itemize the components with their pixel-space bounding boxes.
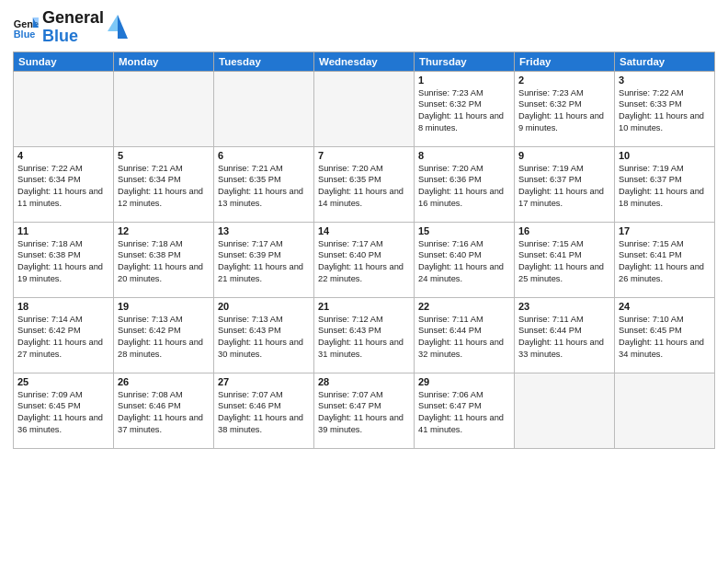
calendar-cell: 9Sunrise: 7:19 AM Sunset: 6:37 PM Daylig…: [515, 146, 615, 222]
day-number: 17: [619, 225, 711, 236]
day-info: Sunrise: 7:09 AM Sunset: 6:45 PM Dayligh…: [17, 389, 109, 436]
day-info: Sunrise: 7:23 AM Sunset: 6:32 PM Dayligh…: [418, 87, 510, 134]
day-info: Sunrise: 7:15 AM Sunset: 6:41 PM Dayligh…: [518, 238, 610, 285]
weekday-header-monday: Monday: [114, 52, 214, 71]
day-number: 19: [118, 301, 210, 312]
week-row-1: 4Sunrise: 7:22 AM Sunset: 6:34 PM Daylig…: [14, 146, 715, 222]
day-info: Sunrise: 7:17 AM Sunset: 6:39 PM Dayligh…: [218, 238, 310, 285]
calendar-cell: 4Sunrise: 7:22 AM Sunset: 6:34 PM Daylig…: [14, 146, 114, 222]
calendar-cell: [214, 71, 314, 146]
day-number: 29: [418, 376, 510, 387]
calendar-cell: 26Sunrise: 7:08 AM Sunset: 6:46 PM Dayli…: [114, 373, 214, 448]
day-info: Sunrise: 7:20 AM Sunset: 6:35 PM Dayligh…: [318, 163, 410, 210]
calendar-cell: 3Sunrise: 7:22 AM Sunset: 6:33 PM Daylig…: [615, 71, 715, 146]
weekday-header-wednesday: Wednesday: [314, 52, 415, 71]
svg-marker-5: [108, 15, 118, 31]
day-info: Sunrise: 7:13 AM Sunset: 6:42 PM Dayligh…: [118, 314, 210, 361]
day-number: 16: [518, 225, 610, 236]
day-number: 3: [619, 75, 711, 86]
calendar-cell: [114, 71, 214, 146]
day-number: 6: [218, 150, 310, 161]
page: General Blue General Blue SundayMon: [0, 0, 728, 454]
weekday-header-thursday: Thursday: [415, 52, 515, 71]
calendar-cell: [14, 71, 114, 146]
day-info: Sunrise: 7:21 AM Sunset: 6:34 PM Dayligh…: [118, 163, 210, 210]
calendar-cell: 24Sunrise: 7:10 AM Sunset: 6:45 PM Dayli…: [615, 297, 715, 373]
logo-icon: General Blue: [13, 15, 39, 40]
day-info: Sunrise: 7:07 AM Sunset: 6:46 PM Dayligh…: [218, 389, 310, 436]
day-info: Sunrise: 7:10 AM Sunset: 6:45 PM Dayligh…: [619, 314, 711, 361]
calendar-cell: [615, 373, 715, 448]
day-number: 26: [118, 376, 210, 387]
weekday-header-saturday: Saturday: [615, 52, 715, 71]
logo: General Blue General Blue: [13, 9, 128, 46]
calendar-cell: 11Sunrise: 7:18 AM Sunset: 6:38 PM Dayli…: [14, 222, 114, 297]
day-info: Sunrise: 7:18 AM Sunset: 6:38 PM Dayligh…: [118, 238, 210, 285]
day-number: 2: [518, 75, 610, 86]
week-row-2: 11Sunrise: 7:18 AM Sunset: 6:38 PM Dayli…: [14, 222, 715, 297]
weekday-header-row: SundayMondayTuesdayWednesdayThursdayFrid…: [14, 52, 715, 71]
weekday-header-tuesday: Tuesday: [214, 52, 314, 71]
day-info: Sunrise: 7:13 AM Sunset: 6:43 PM Dayligh…: [218, 314, 310, 361]
day-info: Sunrise: 7:07 AM Sunset: 6:47 PM Dayligh…: [318, 389, 410, 436]
calendar-cell: 1Sunrise: 7:23 AM Sunset: 6:32 PM Daylig…: [415, 71, 515, 146]
calendar-cell: 28Sunrise: 7:07 AM Sunset: 6:47 PM Dayli…: [314, 373, 415, 448]
day-info: Sunrise: 7:22 AM Sunset: 6:34 PM Dayligh…: [17, 163, 109, 210]
calendar-cell: 20Sunrise: 7:13 AM Sunset: 6:43 PM Dayli…: [214, 297, 314, 373]
weekday-header-sunday: Sunday: [14, 52, 114, 71]
calendar-cell: 22Sunrise: 7:11 AM Sunset: 6:44 PM Dayli…: [415, 297, 515, 373]
day-info: Sunrise: 7:11 AM Sunset: 6:44 PM Dayligh…: [418, 314, 510, 361]
day-info: Sunrise: 7:11 AM Sunset: 6:44 PM Dayligh…: [518, 314, 610, 361]
day-number: 8: [418, 150, 510, 161]
day-number: 14: [318, 225, 410, 236]
day-info: Sunrise: 7:21 AM Sunset: 6:35 PM Dayligh…: [218, 163, 310, 210]
day-info: Sunrise: 7:22 AM Sunset: 6:33 PM Dayligh…: [619, 87, 711, 134]
day-number: 23: [518, 301, 610, 312]
day-number: 12: [118, 225, 210, 236]
calendar-cell: 16Sunrise: 7:15 AM Sunset: 6:41 PM Dayli…: [515, 222, 615, 297]
day-info: Sunrise: 7:15 AM Sunset: 6:41 PM Dayligh…: [619, 238, 711, 285]
week-row-0: 1Sunrise: 7:23 AM Sunset: 6:32 PM Daylig…: [14, 71, 715, 146]
weekday-header-friday: Friday: [515, 52, 615, 71]
day-number: 20: [218, 301, 310, 312]
calendar-cell: 13Sunrise: 7:17 AM Sunset: 6:39 PM Dayli…: [214, 222, 314, 297]
calendar-cell: 21Sunrise: 7:12 AM Sunset: 6:43 PM Dayli…: [314, 297, 415, 373]
day-info: Sunrise: 7:08 AM Sunset: 6:46 PM Dayligh…: [118, 389, 210, 436]
day-number: 27: [218, 376, 310, 387]
day-info: Sunrise: 7:19 AM Sunset: 6:37 PM Dayligh…: [619, 163, 711, 210]
day-number: 21: [318, 301, 410, 312]
day-number: 24: [619, 301, 711, 312]
day-number: 22: [418, 301, 510, 312]
calendar-cell: 2Sunrise: 7:23 AM Sunset: 6:32 PM Daylig…: [515, 71, 615, 146]
day-number: 25: [17, 376, 109, 387]
week-row-3: 18Sunrise: 7:14 AM Sunset: 6:42 PM Dayli…: [14, 297, 715, 373]
calendar-cell: 27Sunrise: 7:07 AM Sunset: 6:46 PM Dayli…: [214, 373, 314, 448]
svg-text:Blue: Blue: [14, 29, 36, 40]
day-number: 11: [17, 225, 109, 236]
day-info: Sunrise: 7:14 AM Sunset: 6:42 PM Dayligh…: [17, 314, 109, 361]
day-number: 4: [17, 150, 109, 161]
day-info: Sunrise: 7:19 AM Sunset: 6:37 PM Dayligh…: [518, 163, 610, 210]
calendar-cell: 23Sunrise: 7:11 AM Sunset: 6:44 PM Dayli…: [515, 297, 615, 373]
day-number: 13: [218, 225, 310, 236]
calendar-cell: 8Sunrise: 7:20 AM Sunset: 6:36 PM Daylig…: [415, 146, 515, 222]
logo-general: General: [42, 9, 104, 28]
calendar-cell: [515, 373, 615, 448]
calendar-cell: 17Sunrise: 7:15 AM Sunset: 6:41 PM Dayli…: [615, 222, 715, 297]
day-info: Sunrise: 7:17 AM Sunset: 6:40 PM Dayligh…: [318, 238, 410, 285]
calendar-cell: 19Sunrise: 7:13 AM Sunset: 6:42 PM Dayli…: [114, 297, 214, 373]
day-number: 9: [518, 150, 610, 161]
day-info: Sunrise: 7:18 AM Sunset: 6:38 PM Dayligh…: [17, 238, 109, 285]
header: General Blue General Blue: [13, 9, 715, 46]
calendar-cell: 25Sunrise: 7:09 AM Sunset: 6:45 PM Dayli…: [14, 373, 114, 448]
day-number: 10: [619, 150, 711, 161]
calendar-cell: 5Sunrise: 7:21 AM Sunset: 6:34 PM Daylig…: [114, 146, 214, 222]
logo-blue: Blue: [42, 28, 104, 46]
day-info: Sunrise: 7:20 AM Sunset: 6:36 PM Dayligh…: [418, 163, 510, 210]
day-info: Sunrise: 7:06 AM Sunset: 6:47 PM Dayligh…: [418, 389, 510, 436]
svg-marker-4: [118, 15, 128, 39]
calendar-table: SundayMondayTuesdayWednesdayThursdayFrid…: [13, 52, 715, 449]
logo-sail-icon: [108, 13, 128, 42]
day-number: 1: [418, 75, 510, 86]
calendar-cell: [314, 71, 415, 146]
